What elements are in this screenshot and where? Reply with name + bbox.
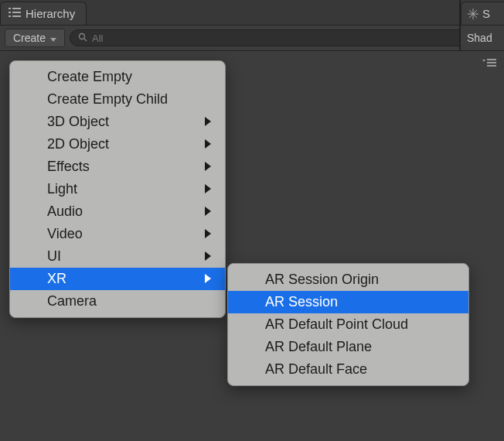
submenu-arrow-icon: [205, 159, 211, 175]
hierarchy-tab-bar: Hierarchy: [0, 0, 504, 25]
search-field[interactable]: [70, 29, 499, 46]
svg-marker-19: [205, 117, 211, 126]
svg-marker-26: [205, 274, 211, 283]
svg-marker-21: [205, 162, 211, 171]
svg-marker-22: [205, 184, 211, 193]
menu-item-label: Effects: [47, 159, 90, 175]
svg-rect-5: [12, 8, 21, 9]
submenu-arrow-icon: [205, 136, 211, 152]
svg-marker-25: [205, 251, 211, 261]
svg-rect-17: [487, 62, 496, 63]
hierarchy-tab[interactable]: Hierarchy: [0, 2, 87, 25]
svg-rect-8: [9, 15, 11, 17]
xr-submenu: AR Session Origin AR Session AR Default …: [227, 263, 469, 386]
create-button-label: Create: [13, 32, 46, 44]
submenu-arrow-icon: [205, 203, 211, 220]
submenu-item-ar-default-face[interactable]: AR Default Face: [228, 358, 468, 381]
submenu-item-ar-session-origin[interactable]: AR Session Origin: [228, 268, 468, 291]
svg-point-13: [80, 34, 85, 39]
menu-item-label: Light: [47, 181, 77, 197]
panel-options-icon[interactable]: [482, 57, 496, 67]
scene-toolbar: Shad: [461, 25, 504, 51]
menu-item-3d-object[interactable]: 3D Object: [10, 111, 225, 133]
shaded-dropdown-fragment[interactable]: Shad: [467, 32, 492, 44]
menu-item-label: AR Session Origin: [265, 272, 379, 288]
submenu-arrow-icon: [205, 226, 211, 242]
submenu-arrow-icon: [205, 181, 211, 197]
menu-item-light[interactable]: Light: [10, 178, 225, 200]
create-context-menu: Create Empty Create Empty Child 3D Objec…: [9, 60, 226, 318]
menu-item-label: Audio: [47, 203, 83, 220]
svg-rect-6: [9, 12, 11, 13]
menu-item-label: AR Default Plane: [265, 339, 372, 355]
svg-marker-12: [50, 38, 56, 42]
menu-item-2d-object[interactable]: 2D Object: [10, 133, 225, 156]
menu-item-label: 3D Object: [47, 114, 109, 130]
hierarchy-toolbar: Create: [0, 25, 504, 51]
menu-item-label: Camera: [47, 293, 97, 309]
svg-marker-23: [205, 207, 211, 216]
menu-item-audio[interactable]: Audio: [10, 200, 225, 223]
menu-item-label: AR Default Face: [265, 361, 367, 378]
svg-marker-24: [205, 229, 211, 238]
menu-item-xr[interactable]: XR: [10, 268, 225, 290]
menu-item-camera[interactable]: Camera: [10, 290, 225, 313]
svg-marker-20: [205, 139, 211, 149]
menu-item-label: Create Empty Child: [47, 91, 168, 108]
hierarchy-tab-label: Hierarchy: [26, 7, 75, 20]
svg-rect-9: [12, 15, 21, 17]
svg-marker-15: [482, 60, 485, 62]
dropdown-caret-icon: [50, 32, 56, 44]
submenu-item-ar-default-plane[interactable]: AR Default Plane: [228, 336, 468, 358]
scene-grid-icon: [468, 9, 478, 19]
scene-tab-bar: S: [461, 0, 504, 25]
search-icon: [78, 31, 87, 45]
menu-item-label: Video: [47, 226, 83, 242]
create-button[interactable]: Create: [5, 29, 65, 47]
svg-rect-4: [9, 8, 11, 9]
search-input[interactable]: [92, 32, 491, 44]
hierarchy-list-icon: [9, 7, 21, 20]
submenu-arrow-icon: [205, 271, 211, 287]
svg-rect-18: [487, 65, 496, 67]
svg-line-14: [84, 39, 87, 41]
menu-item-label: 2D Object: [47, 136, 109, 152]
menu-item-video[interactable]: Video: [10, 223, 225, 245]
menu-item-ui[interactable]: UI: [10, 245, 225, 268]
menu-item-label: AR Session: [265, 294, 338, 310]
submenu-arrow-icon: [205, 248, 211, 265]
submenu-item-ar-default-point-cloud[interactable]: AR Default Point Cloud: [228, 313, 468, 336]
menu-item-effects[interactable]: Effects: [10, 156, 225, 178]
menu-item-create-empty-child[interactable]: Create Empty Child: [10, 88, 225, 111]
menu-item-label: AR Default Point Cloud: [265, 316, 408, 333]
svg-rect-7: [12, 12, 21, 13]
submenu-item-ar-session[interactable]: AR Session: [228, 291, 468, 313]
menu-item-create-empty[interactable]: Create Empty: [10, 66, 225, 88]
scene-tab[interactable]: S: [461, 2, 504, 25]
menu-item-label: Create Empty: [47, 69, 132, 85]
scene-tab-label: S: [482, 7, 490, 20]
svg-rect-16: [487, 59, 496, 60]
submenu-arrow-icon: [205, 114, 211, 130]
menu-item-label: UI: [47, 248, 61, 265]
menu-item-label: XR: [47, 271, 66, 287]
